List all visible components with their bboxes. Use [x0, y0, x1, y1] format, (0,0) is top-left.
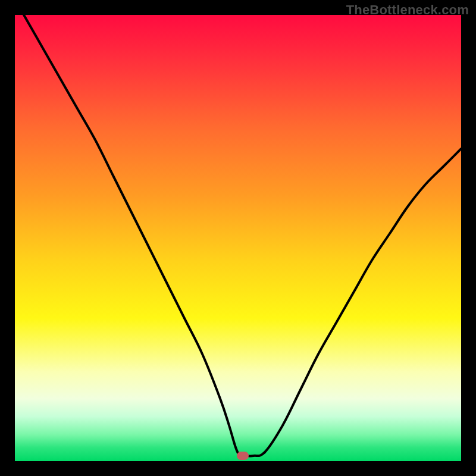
gradient-rect [15, 15, 461, 461]
optimal-marker [237, 452, 249, 460]
watermark-text: TheBottleneck.com [346, 2, 469, 18]
chart-frame: TheBottleneck.com [0, 0, 476, 476]
plot-area [15, 15, 461, 461]
chart-svg [15, 15, 461, 461]
